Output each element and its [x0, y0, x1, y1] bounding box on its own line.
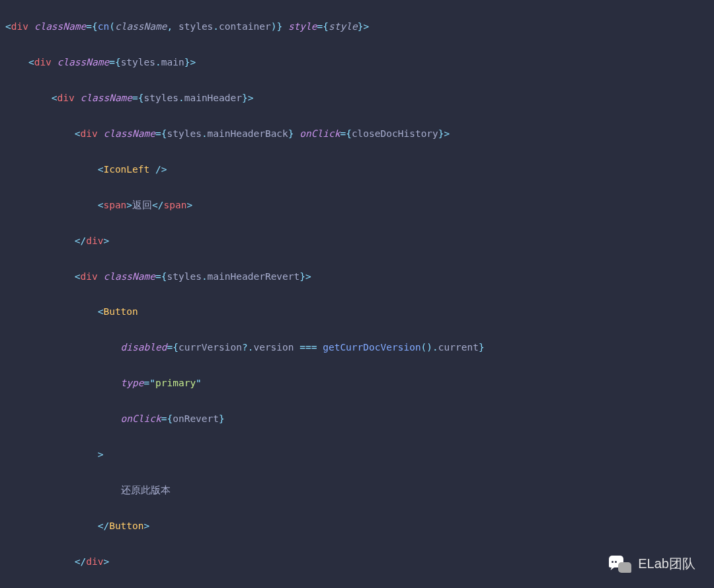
code-line[interactable]: </div>: [5, 553, 709, 571]
code-line[interactable]: <div className={cn(className, styles.con…: [5, 18, 709, 36]
wechat-icon: [609, 554, 631, 573]
code-line[interactable]: <span>返回</span>: [5, 196, 709, 214]
code-line[interactable]: type="primary": [5, 374, 709, 392]
code-line[interactable]: <IconLeft />: [5, 161, 709, 179]
code-line[interactable]: <div className={styles.mainHeaderRevert}…: [5, 268, 709, 286]
code-line[interactable]: <div className={styles.mainHeader}>: [5, 89, 709, 107]
code-line[interactable]: >: [5, 446, 709, 464]
code-line[interactable]: <div className={styles.main}>: [5, 54, 709, 71]
code-editor[interactable]: <div className={cn(className, styles.con…: [0, 0, 714, 588]
code-line[interactable]: onClick={onRevert}: [5, 410, 709, 428]
code-line[interactable]: disabled={currVersion?.version === getCu…: [5, 339, 709, 357]
code-line[interactable]: </div>: [5, 232, 709, 250]
code-line[interactable]: </Button>: [5, 517, 709, 535]
code-line[interactable]: <Button: [5, 303, 709, 321]
code-line[interactable]: <div className={styles.mainHeaderBack} o…: [5, 125, 709, 143]
watermark: ELab团队: [609, 552, 695, 576]
code-line[interactable]: 还原此版本: [5, 482, 709, 499]
watermark-text: ELab团队: [638, 552, 695, 576]
